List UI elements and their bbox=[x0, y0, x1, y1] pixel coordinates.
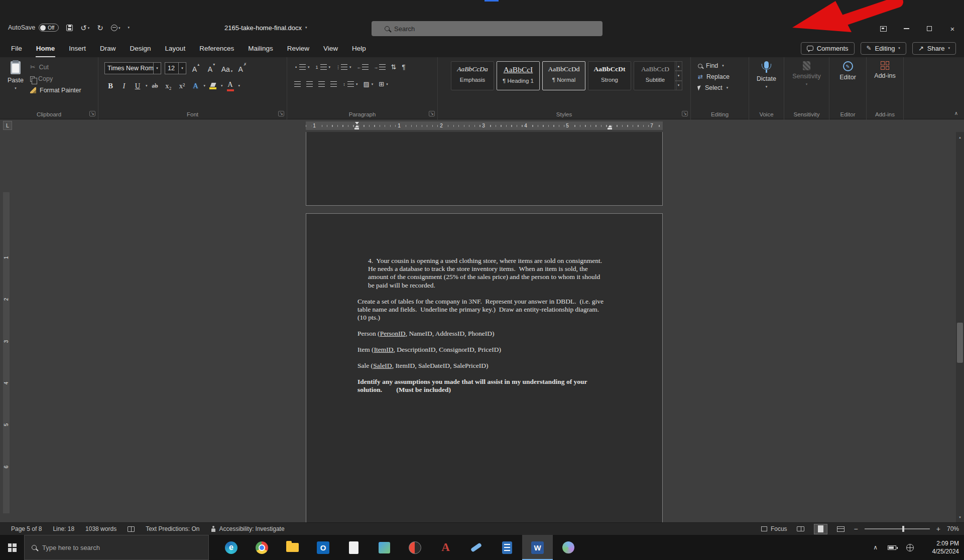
access-icon[interactable]: A bbox=[430, 535, 461, 560]
ribbon-tab[interactable]: References bbox=[192, 39, 241, 57]
file-explorer-icon[interactable] bbox=[277, 535, 308, 560]
show-formatting-marks-button[interactable]: ¶ bbox=[402, 63, 405, 71]
font-name-combobox[interactable]: Times New Roman▾ bbox=[104, 62, 161, 74]
borders-button[interactable]: ⊞▾ bbox=[379, 80, 388, 88]
line-spacing-button[interactable]: ↕▾ bbox=[342, 81, 358, 87]
tray-expand-icon[interactable]: ∧ bbox=[873, 544, 878, 551]
align-center-button[interactable] bbox=[306, 81, 313, 87]
network-icon[interactable] bbox=[906, 544, 914, 551]
stamp-button[interactable]: ▾ bbox=[111, 25, 120, 31]
ribbon-tab[interactable]: Design bbox=[123, 39, 158, 57]
proofing-icon[interactable] bbox=[128, 526, 135, 532]
chevron-down-icon[interactable]: ▾ bbox=[146, 84, 148, 88]
style-card[interactable]: AaBbCcDd ¶ Normal bbox=[542, 61, 585, 90]
gallery-down-button[interactable]: ▾ bbox=[675, 71, 682, 80]
style-card[interactable]: AaBbCcDa Emphasis bbox=[451, 61, 494, 90]
search-box[interactable] bbox=[372, 21, 602, 36]
gallery-up-button[interactable]: ▴ bbox=[675, 61, 682, 71]
page-previous-bottom[interactable] bbox=[306, 132, 663, 206]
text-predictions[interactable]: Text Predictions: On bbox=[146, 525, 199, 532]
increase-indent-button[interactable]: → bbox=[374, 64, 386, 70]
shading-button[interactable]: ▨▾ bbox=[364, 80, 374, 88]
format-painter-button[interactable]: Format Painter bbox=[30, 87, 81, 94]
autosave-toggle[interactable]: AutoSave Off bbox=[8, 24, 59, 32]
taskbar-clock[interactable]: 2:09 PM 4/25/2024 bbox=[932, 539, 959, 555]
left-indent-marker[interactable] bbox=[354, 122, 359, 129]
photos-icon[interactable] bbox=[369, 535, 400, 560]
ribbon-tab[interactable]: Help bbox=[345, 39, 373, 57]
subscript-button[interactable]: x₂ bbox=[163, 79, 175, 92]
right-indent-marker[interactable] bbox=[608, 125, 612, 129]
chevron-down-icon[interactable]: ▾ bbox=[221, 84, 223, 88]
focus-button[interactable]: Focus bbox=[761, 525, 787, 532]
align-left-button[interactable] bbox=[294, 81, 301, 87]
zoom-in-button[interactable]: + bbox=[936, 525, 940, 533]
zoom-level[interactable]: 70% bbox=[947, 525, 959, 532]
dialog-launcher-icon[interactable]: ↘ bbox=[89, 111, 95, 116]
style-card[interactable]: AaBbCcD Subtitle bbox=[634, 61, 677, 90]
chevron-down-icon[interactable]: ▾ bbox=[204, 84, 206, 88]
pen-icon[interactable] bbox=[461, 535, 492, 560]
paint-icon[interactable] bbox=[553, 535, 583, 560]
scrollbar-thumb[interactable] bbox=[957, 323, 963, 363]
ribbon-tab[interactable]: View bbox=[316, 39, 345, 57]
replace-button[interactable]: ⇄Replace bbox=[698, 73, 730, 80]
style-card[interactable]: AaBbCcDt Strong bbox=[588, 61, 631, 90]
read-mode-button[interactable] bbox=[794, 524, 807, 534]
ribbon-tab[interactable]: Insert bbox=[62, 39, 93, 57]
zoom-out-button[interactable]: − bbox=[854, 525, 858, 533]
change-case-button[interactable]: Aa▾ bbox=[221, 62, 233, 74]
save-icon[interactable] bbox=[66, 25, 73, 31]
tab-stop-selector[interactable]: L bbox=[3, 121, 12, 130]
word-count[interactable]: 1038 words bbox=[85, 525, 116, 532]
scroll-down-icon[interactable]: ▾ bbox=[956, 513, 964, 521]
comments-button[interactable]: Comments bbox=[801, 42, 855, 55]
editor-button[interactable]: ✎ Editor bbox=[829, 61, 866, 81]
chevron-down-icon[interactable]: ▾ bbox=[178, 63, 186, 74]
accessibility-status[interactable]: Accessibility: Investigate bbox=[211, 525, 285, 532]
document-title[interactable]: 2165-take-home-final.docx ▾ bbox=[224, 19, 307, 36]
collapse-ribbon-icon[interactable]: ∧ bbox=[954, 110, 958, 116]
redo-button[interactable]: ↻ bbox=[97, 24, 103, 32]
word-icon[interactable]: W bbox=[522, 535, 553, 560]
switch-icon[interactable] bbox=[400, 535, 430, 560]
select-button[interactable]: Select▾ bbox=[698, 84, 730, 91]
gallery-more-button[interactable]: ▾ bbox=[675, 81, 682, 90]
text-effects-button[interactable]: A bbox=[190, 79, 202, 92]
share-button[interactable]: ↗Share▾ bbox=[912, 42, 956, 55]
text-highlight-button[interactable] bbox=[207, 79, 219, 92]
chevron-down-icon[interactable]: ▾ bbox=[153, 63, 161, 74]
ribbon-tab[interactable]: Home bbox=[29, 39, 62, 57]
grow-font-button[interactable]: A▴ bbox=[190, 62, 202, 74]
strikethrough-button[interactable]: ab bbox=[149, 79, 161, 92]
numbering-button[interactable]: 1▾ bbox=[315, 64, 331, 70]
dictate-button[interactable]: Dictate ▾ bbox=[749, 61, 784, 89]
zoom-slider-thumb[interactable] bbox=[902, 526, 904, 532]
addins-button[interactable]: Add-ins bbox=[867, 61, 903, 79]
vertical-scrollbar[interactable]: ▴ ▾ bbox=[956, 132, 964, 522]
italic-button[interactable]: I bbox=[118, 79, 130, 92]
underline-button[interactable]: U bbox=[132, 79, 144, 92]
paste-button[interactable]: Paste ▾ bbox=[4, 61, 27, 106]
cut-button[interactable]: ✂Cut bbox=[30, 63, 81, 71]
notepad-icon[interactable] bbox=[338, 535, 369, 560]
chrome-icon[interactable] bbox=[247, 535, 277, 560]
ribbon-display-options-button[interactable] bbox=[872, 18, 895, 39]
document-canvas[interactable]: 1 2 3 4 5 6 4. Your cousin is opening a … bbox=[0, 132, 964, 522]
calculator-icon[interactable] bbox=[492, 535, 522, 560]
ribbon-tab[interactable]: Draw bbox=[93, 39, 123, 57]
font-size-combobox[interactable]: 12▾ bbox=[165, 62, 186, 74]
bold-button[interactable]: B bbox=[104, 79, 116, 92]
scroll-up-icon[interactable]: ▴ bbox=[956, 133, 964, 142]
web-layout-button[interactable] bbox=[834, 524, 848, 534]
battery-icon[interactable] bbox=[888, 545, 896, 550]
start-button[interactable] bbox=[0, 535, 24, 560]
ribbon-tab[interactable]: Review bbox=[280, 39, 316, 57]
multilevel-list-button[interactable]: ⋮▾ bbox=[336, 64, 351, 70]
outlook-icon[interactable]: O bbox=[308, 535, 338, 560]
copy-button[interactable]: Copy bbox=[30, 75, 81, 82]
edge-icon[interactable]: e bbox=[216, 535, 247, 560]
decrease-indent-button[interactable]: ← bbox=[357, 64, 369, 70]
customize-qat-chevron-icon[interactable]: ▾ bbox=[128, 26, 130, 30]
zoom-slider[interactable] bbox=[865, 528, 930, 529]
